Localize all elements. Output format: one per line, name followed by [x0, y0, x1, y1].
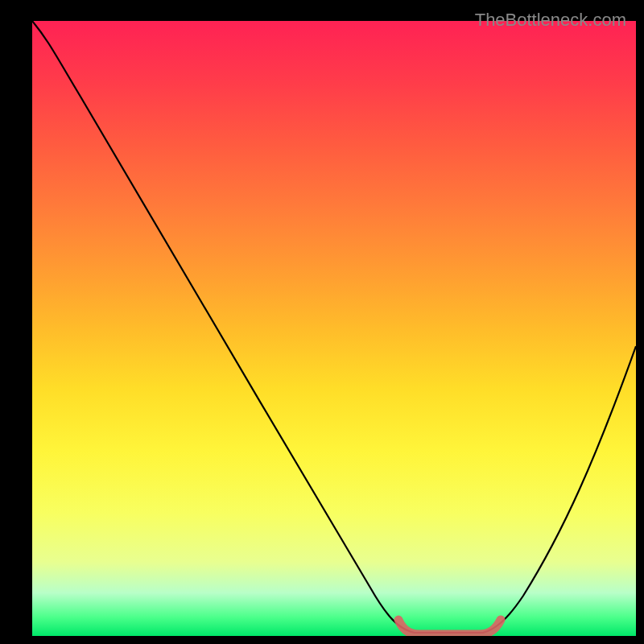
- plot-area: TheBottleneck.com: [32, 8, 636, 636]
- optimal-region-marker: [398, 620, 501, 634]
- bottleneck-curve-svg: [32, 8, 636, 636]
- watermark-text: TheBottleneck.com: [475, 10, 626, 31]
- bottleneck-curve-path: [32, 21, 636, 633]
- chart-frame: TheBottleneck.com: [32, 8, 636, 636]
